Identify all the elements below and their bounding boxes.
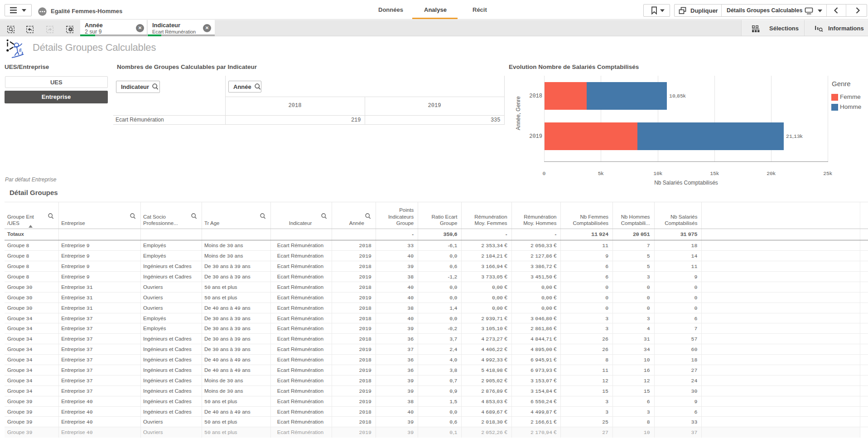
svg-text:ß: ß	[19, 48, 22, 53]
